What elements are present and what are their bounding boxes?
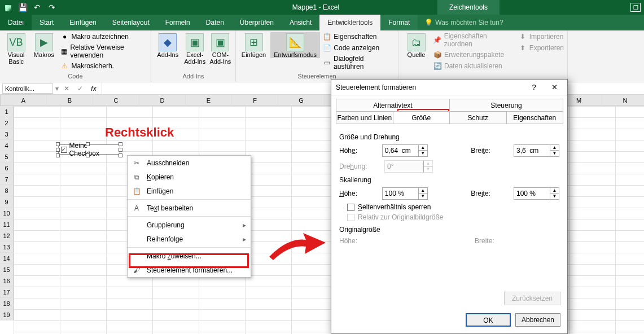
- row-header[interactable]: 17: [0, 287, 14, 298]
- macro-security-button[interactable]: ⚠Makrosicherh.: [60, 61, 114, 71]
- view-code-button[interactable]: 📄Code anzeigen: [322, 43, 379, 52]
- ctx-format-control[interactable]: 🖌Steuerelement formatieren...: [128, 263, 251, 277]
- tab-view[interactable]: Ansicht: [282, 15, 319, 30]
- xml-source-button[interactable]: 🗂Quelle: [402, 32, 431, 58]
- row-header[interactable]: 10: [0, 208, 14, 219]
- tab-data[interactable]: Daten: [198, 15, 232, 30]
- column-header[interactable]: B: [47, 95, 93, 106]
- format-icon: 🖌: [132, 266, 141, 275]
- column-header[interactable]: G: [278, 95, 325, 106]
- row-header[interactable]: 18: [0, 298, 14, 309]
- row-header[interactable]: 2: [0, 117, 14, 129]
- enter-formula-icon[interactable]: ✓: [75, 85, 86, 93]
- row-header[interactable]: 1: [0, 106, 14, 117]
- visual-basic-button[interactable]: VBVisual Basic: [3, 32, 29, 65]
- column-header[interactable]: N: [602, 95, 644, 106]
- ribbon-tabs: Datei Start Einfügen Seitenlayout Formel…: [0, 15, 644, 30]
- cancel-button[interactable]: Abbrechen: [515, 313, 560, 327]
- design-mode-button[interactable]: 📐Entwurfsmodus: [270, 32, 320, 58]
- row-header[interactable]: 13: [0, 241, 14, 253]
- addins-button[interactable]: ◆Add-Ins: [155, 32, 181, 58]
- tab-insert[interactable]: Einfügen: [62, 15, 104, 30]
- row-header[interactable]: 16: [0, 275, 14, 287]
- row-header[interactable]: 6: [0, 162, 14, 174]
- ctx-edit-text[interactable]: AText bearbeiten: [128, 201, 251, 215]
- dlg-tab-alt-text[interactable]: Alternativtext: [336, 99, 450, 111]
- save-icon[interactable]: 💾: [17, 2, 28, 13]
- ctx-order[interactable]: Reihenfolge▸: [128, 232, 251, 246]
- row-header[interactable]: 12: [0, 230, 14, 241]
- scale-width-spinner[interactable]: ▲▼: [514, 187, 559, 200]
- relative-refs-button[interactable]: ▦Relative Verweise verwenden: [60, 43, 147, 59]
- column-header[interactable]: D: [139, 95, 186, 106]
- scale-height-input[interactable]: [383, 190, 418, 197]
- scale-width-input[interactable]: [514, 190, 550, 197]
- row-header[interactable]: 3: [0, 129, 14, 140]
- row-header[interactable]: 4: [0, 140, 14, 151]
- row-header[interactable]: 11: [0, 219, 14, 230]
- tab-review[interactable]: Überprüfen: [232, 15, 282, 30]
- group-addins-label: Add-Ins: [155, 73, 232, 82]
- quick-access-toolbar: ▦ 💾 ↶ ↷: [2, 2, 58, 13]
- ctx-copy[interactable]: ⧉Kopieren: [128, 170, 251, 184]
- xml-expansion-packs: 📦Erweiterungspakete: [433, 50, 504, 59]
- ctx-grouping[interactable]: Gruppierung▸: [128, 218, 251, 232]
- macros-button[interactable]: ▶Makros: [31, 32, 56, 58]
- ribbon: VBVisual Basic ▶Makros ●Makro aufzeichne…: [0, 30, 644, 82]
- dlg-tab-protection[interactable]: Schutz: [449, 111, 507, 124]
- lock-aspect-checkbox[interactable]: Seitenverhältnis sperren: [347, 203, 559, 211]
- annotation-arrow-icon: [266, 223, 328, 262]
- undo-icon[interactable]: ↶: [32, 2, 43, 13]
- width-input[interactable]: [514, 147, 550, 155]
- tab-format[interactable]: Format: [380, 15, 418, 30]
- submenu-arrow-icon: ▸: [243, 221, 246, 229]
- column-header[interactable]: E: [186, 95, 232, 106]
- row-header[interactable]: 14: [0, 253, 14, 264]
- cancel-formula-icon[interactable]: ✕: [61, 85, 72, 93]
- row-header[interactable]: 5: [0, 151, 14, 162]
- dlg-tab-control[interactable]: Steuerung: [449, 99, 563, 111]
- properties-button[interactable]: 📋Eigenschaften: [322, 32, 376, 41]
- tab-file[interactable]: Datei: [0, 15, 32, 30]
- column-header[interactable]: F: [232, 95, 278, 106]
- excel-addins-button[interactable]: ▣Excel-Add-Ins: [183, 32, 207, 65]
- dlg-tab-size[interactable]: Größe: [393, 111, 450, 124]
- column-header[interactable]: C: [93, 95, 139, 106]
- insert-control-button[interactable]: ⊞Einfügen: [239, 32, 268, 58]
- copy-icon: ⧉: [132, 173, 141, 182]
- row-header[interactable]: 19: [0, 309, 14, 320]
- dlg-tab-properties[interactable]: Eigenschaften: [506, 111, 564, 124]
- tab-page-layout[interactable]: Seitenlayout: [104, 15, 157, 30]
- dlg-tab-colors[interactable]: Farben und Linien: [336, 111, 393, 124]
- tab-start[interactable]: Start: [32, 15, 62, 30]
- row-header[interactable]: 9: [0, 196, 14, 208]
- dialog-titlebar[interactable]: Steuerelement formatieren ? ✕: [331, 80, 567, 95]
- ctx-assign-macro[interactable]: Makro zuweisen...: [128, 249, 251, 263]
- scale-height-spinner[interactable]: ▲▼: [382, 187, 428, 200]
- fx-icon[interactable]: fx: [88, 85, 99, 93]
- tell-me[interactable]: 💡 Was möchten Sie tun?: [424, 19, 503, 27]
- height-input[interactable]: [383, 147, 418, 155]
- height-spinner[interactable]: ▲▼: [382, 144, 428, 157]
- tab-formulas[interactable]: Formeln: [157, 15, 198, 30]
- ctx-cut[interactable]: ✂Ausschneiden: [128, 156, 251, 170]
- help-button[interactable]: ?: [525, 81, 542, 94]
- redo-icon[interactable]: ↷: [46, 2, 58, 13]
- com-addins-button[interactable]: ▣COM-Add-Ins: [209, 32, 232, 65]
- row-header[interactable]: 15: [0, 264, 14, 275]
- width-spinner[interactable]: ▲▼: [514, 144, 559, 157]
- row-header[interactable]: 7: [0, 174, 14, 185]
- run-dialog-button[interactable]: ▭Dialogfeld ausführen: [322, 55, 395, 71]
- name-box[interactable]: [2, 84, 53, 94]
- record-macro-button[interactable]: ●Makro aufzeichnen: [60, 32, 129, 41]
- column-header[interactable]: A: [1, 95, 47, 106]
- row-header[interactable]: 8: [0, 185, 14, 196]
- close-button[interactable]: ✕: [546, 81, 563, 94]
- orig-width-label: Breite:: [475, 237, 514, 245]
- rotation-label: Drehung:: [339, 162, 379, 170]
- ctx-paste[interactable]: 📋Einfügen: [128, 184, 251, 198]
- rotation-input: [385, 162, 423, 170]
- tab-developer[interactable]: Entwicklertools: [319, 15, 380, 30]
- ok-button[interactable]: OK: [466, 313, 511, 327]
- restore-window-icon[interactable]: ❐: [630, 3, 641, 12]
